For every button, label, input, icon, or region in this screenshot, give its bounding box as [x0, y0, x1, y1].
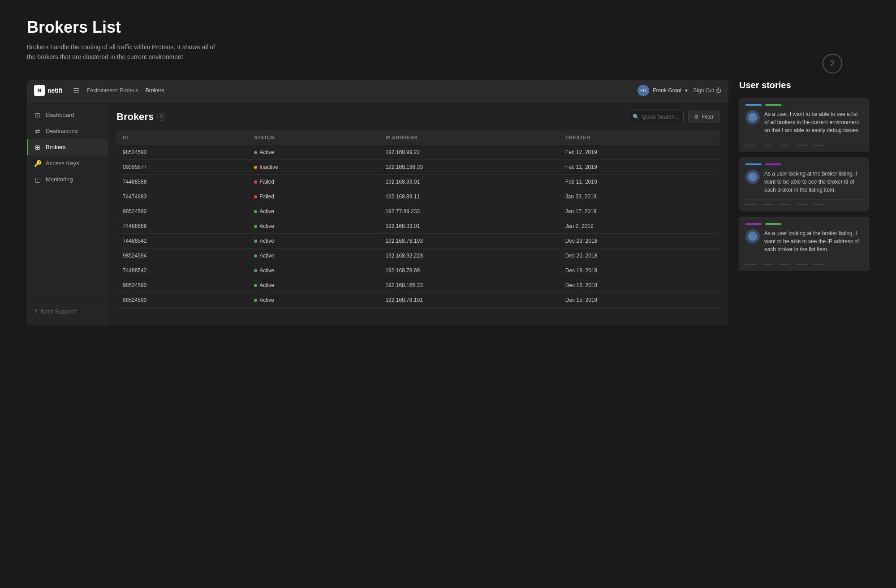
- table-row[interactable]: 74488542 Active 192.168.78.89 Dec 18, 20…: [116, 263, 719, 278]
- footer-item: [780, 145, 790, 146]
- broker-table: ID STATUS IP ADDRESS CREATED 98524590 Ac…: [116, 130, 719, 308]
- story-footer-1: [745, 140, 863, 146]
- sidebar-item-label: Monitoring: [46, 176, 73, 183]
- table-row[interactable]: 74474683 Failed 192.168.89.11 Jan 23, 20…: [116, 189, 719, 204]
- status-dot: [254, 299, 257, 302]
- status-dot: [254, 180, 257, 184]
- story-body-1: As a user, I want to be able to see a li…: [745, 110, 863, 134]
- col-created[interactable]: CREATED: [559, 130, 719, 145]
- footer-item: [780, 204, 790, 205]
- support-icon: ?: [34, 309, 37, 315]
- story-card-3: As a user looking at the broker listing,…: [739, 217, 869, 271]
- sidebar-item-dashboard[interactable]: ⊡ Dashboard: [27, 107, 107, 123]
- table-row[interactable]: 98524590 Active 192.168.166.23 Dec 16, 2…: [116, 278, 719, 292]
- table-row[interactable]: 74488588 Active 192.168.33.01 Jan 2, 201…: [116, 219, 719, 233]
- footer-item: [745, 204, 756, 205]
- sign-out-button[interactable]: Sign Out ⏻: [693, 87, 721, 94]
- story-card-2: As a user looking at the broker listing,…: [739, 157, 869, 211]
- step-indicator: 2: [823, 54, 842, 73]
- sidebar-item-destinations[interactable]: ⇄ Destinations: [27, 123, 107, 139]
- cell-created: Feb 11, 2019: [559, 174, 719, 189]
- sidebar-bottom: ? Need Support?: [27, 303, 107, 320]
- destinations-icon: ⇄: [34, 128, 41, 135]
- cell-ip: 192.168.99.22: [379, 145, 559, 159]
- step-number: 2: [830, 59, 835, 69]
- main-layout: N netifi ☰ Environment: Proteus › Broker…: [27, 80, 869, 326]
- cell-created: Dec 29, 2018: [559, 233, 719, 248]
- cell-status: Failed: [248, 189, 379, 204]
- power-icon: ⏻: [716, 87, 721, 94]
- sidebar-item-label: Destinations: [46, 128, 78, 134]
- footer-item: [797, 264, 807, 265]
- table-row[interactable]: 98524594 Active 192.168.92.223 Dec 20, 2…: [116, 248, 719, 263]
- tag-green: [765, 104, 781, 106]
- cell-ip: 192.168.33.01: [379, 219, 559, 233]
- footer-item: [797, 204, 807, 205]
- cell-created: Jan 2, 2019: [559, 219, 719, 233]
- page-description: Brokers handle the routing of all traffi…: [27, 42, 224, 62]
- user-menu[interactable]: FG Frank Grant ▾: [638, 85, 688, 96]
- footer-item: [780, 264, 790, 265]
- footer-item: [745, 264, 756, 265]
- cell-id: 74488542: [116, 233, 248, 248]
- cell-id: 74488542: [116, 263, 248, 278]
- sidebar-item-label: Access Keys: [46, 160, 79, 167]
- sidebar-item-brokers[interactable]: ⊞ Brokers: [27, 139, 107, 155]
- story-avatar-2: [745, 170, 760, 184]
- sidebar-item-label: Dashboard: [46, 112, 74, 118]
- story-footer-2: [745, 199, 863, 205]
- table-row[interactable]: 74488542 Active 192.168.78.193 Dec 29, 2…: [116, 233, 719, 248]
- dashboard-icon: ⊡: [34, 112, 41, 119]
- table-row[interactable]: 09395877 Inactive 192.168.198.33 Feb 11,…: [116, 159, 719, 174]
- brokers-icon: ⊞: [34, 144, 41, 151]
- table-row[interactable]: 98524590 Active 192.168.78.191 Dec 15, 2…: [116, 292, 719, 307]
- sidebar-item-monitoring[interactable]: ◫ Monitoring: [27, 172, 107, 188]
- status-dot: [254, 254, 257, 258]
- cell-created: Dec 18, 2018: [559, 263, 719, 278]
- breadcrumb: Environment: Proteus › Brokers: [86, 87, 638, 94]
- status-dot: [254, 166, 257, 169]
- user-name: Frank Grant: [653, 87, 681, 94]
- page-title: Brokers List: [27, 18, 869, 37]
- cell-ip: 192.168.92.223: [379, 248, 559, 263]
- cell-id: 98524590: [116, 278, 248, 292]
- footer-item: [762, 145, 773, 146]
- hamburger-icon[interactable]: ☰: [73, 86, 79, 95]
- support-link[interactable]: ? Need Support?: [34, 309, 100, 315]
- col-status: STATUS: [248, 130, 379, 145]
- story-body-3: As a user looking at the broker listing,…: [745, 229, 863, 253]
- story-tags-1: [745, 104, 863, 106]
- table-row[interactable]: 98524590 Active 192.77.89.233 Jan 17, 20…: [116, 204, 719, 219]
- filter-button[interactable]: ⚙ Filter: [688, 111, 719, 123]
- breadcrumb-separator: ›: [141, 87, 143, 94]
- table-row[interactable]: 98524590 Active 192.168.99.22 Feb 12, 20…: [116, 145, 719, 159]
- sidebar-item-access-keys[interactable]: 🔑 Access Keys: [27, 155, 107, 172]
- cell-created: Jan 17, 2019: [559, 204, 719, 219]
- footer-item: [745, 145, 756, 146]
- content-area: Brokers ? 🔍 Quick Search... ⚙ Filter: [108, 102, 728, 326]
- story-tags-3: [745, 223, 863, 225]
- table-row[interactable]: 74488588 Failed 192.168.33.01 Feb 11, 20…: [116, 174, 719, 189]
- app-body: ⊡ Dashboard ⇄ Destinations ⊞ Brokers �: [27, 102, 728, 326]
- story-text-1: As a user, I want to be able to see a li…: [764, 110, 863, 134]
- footer-item: [814, 204, 824, 205]
- story-text-2: As a user looking at the broker listing,…: [764, 170, 863, 194]
- breadcrumb-env: Environment: Proteus: [86, 87, 138, 94]
- cell-status: Active: [248, 248, 379, 263]
- content-header: Brokers ? 🔍 Quick Search... ⚙ Filter: [116, 111, 719, 123]
- search-icon: 🔍: [633, 114, 639, 120]
- cell-created: Dec 15, 2018: [559, 292, 719, 307]
- table-header-row: ID STATUS IP ADDRESS CREATED: [116, 130, 719, 145]
- cell-id: 74488588: [116, 219, 248, 233]
- topbar: N netifi ☰ Environment: Proteus › Broker…: [27, 80, 728, 102]
- cell-status: Active: [248, 233, 379, 248]
- col-ip: IP ADDRESS: [379, 130, 559, 145]
- cell-status: Active: [248, 278, 379, 292]
- story-body-2: As a user looking at the broker listing,…: [745, 170, 863, 194]
- status-dot: [254, 240, 257, 243]
- story-avatar-1: [745, 110, 760, 124]
- search-box[interactable]: 🔍 Quick Search...: [628, 111, 684, 123]
- cell-ip: 192.77.89.233: [379, 204, 559, 219]
- help-icon[interactable]: ?: [157, 113, 165, 121]
- tag-green: [765, 223, 781, 225]
